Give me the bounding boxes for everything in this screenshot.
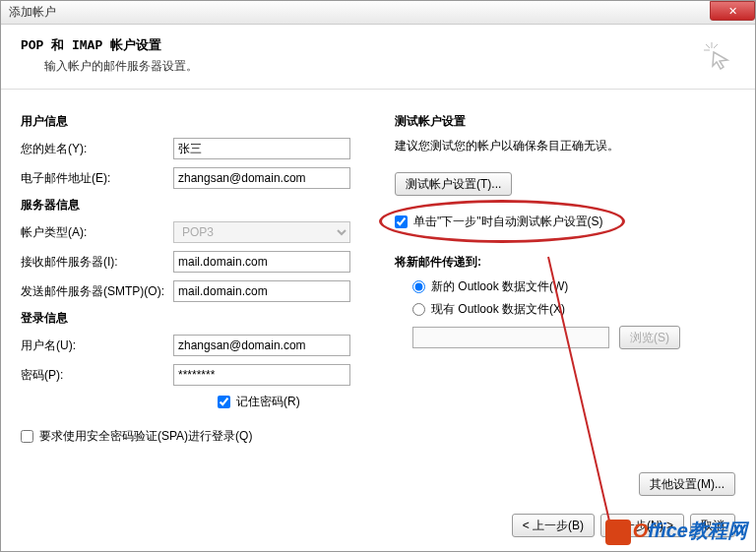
incoming-label: 接收邮件服务器(I): (21, 254, 173, 271)
dialog-body: 用户信息 您的姓名(Y): 电子邮件地址(E): 服务器信息 帐户类型(A): … (1, 90, 755, 451)
dialog-window: 添加帐户 ✕ POP 和 IMAP 帐户设置 输入帐户的邮件服务器设置。 用户信… (0, 0, 756, 552)
exist-file-label: 现有 Outlook 数据文件(X) (431, 301, 565, 318)
auto-test-label: 单击"下一步"时自动测试帐户设置(S) (413, 214, 603, 230)
exist-path-input (412, 327, 609, 348)
next-button[interactable]: 下一步(N) > (600, 514, 684, 537)
spa-row: 要求使用安全密码验证(SPA)进行登录(Q) (21, 428, 395, 445)
exist-file-row: 现有 Outlook 数据文件(X) (412, 301, 735, 318)
email-input[interactable] (173, 167, 350, 189)
password-input[interactable] (173, 364, 350, 386)
userinfo-heading: 用户信息 (21, 113, 395, 130)
auto-test-row: 单击"下一步"时自动测试帐户设置(S) (395, 214, 735, 230)
remember-password-row: 记住密码(R) (218, 394, 395, 410)
left-column: 用户信息 您的姓名(Y): 电子邮件地址(E): 服务器信息 帐户类型(A): … (21, 105, 395, 451)
account-type-row: 帐户类型(A): POP3 (21, 221, 395, 243)
user-input[interactable] (173, 335, 350, 356)
footer-buttons: < 上一步(B) 下一步(N) > 取消 (512, 514, 735, 537)
server-heading: 服务器信息 (21, 197, 395, 214)
name-input[interactable] (173, 138, 350, 159)
svg-line-2 (706, 44, 710, 48)
dialog-header: POP 和 IMAP 帐户设置 输入帐户的邮件服务器设置。 (1, 25, 755, 90)
cancel-button[interactable]: 取消 (690, 514, 735, 537)
exist-path-row: 浏览(S) (412, 326, 735, 349)
spa-checkbox[interactable] (21, 430, 33, 443)
login-heading: 登录信息 (21, 310, 395, 327)
deliver-heading: 将新邮件传递到: (395, 254, 735, 271)
password-label: 密码(P): (21, 367, 173, 384)
browse-button: 浏览(S) (619, 326, 680, 349)
deliver-radio-group: 新的 Outlook 数据文件(W) 现有 Outlook 数据文件(X) (412, 278, 735, 318)
email-row: 电子邮件地址(E): (21, 167, 395, 189)
incoming-row: 接收邮件服务器(I): (21, 251, 395, 273)
incoming-input[interactable] (173, 251, 350, 273)
outgoing-row: 发送邮件服务器(SMTP)(O): (21, 280, 395, 302)
header-title: POP 和 IMAP 帐户设置 (21, 36, 735, 54)
svg-line-3 (714, 44, 718, 48)
cursor-icon (702, 40, 731, 77)
spa-label: 要求使用安全密码验证(SPA)进行登录(Q) (39, 428, 252, 445)
remember-password-checkbox[interactable] (218, 396, 230, 408)
titlebar: 添加帐户 ✕ (1, 1, 755, 25)
password-row: 密码(P): (21, 364, 395, 386)
header-subtitle: 输入帐户的邮件服务器设置。 (44, 58, 735, 75)
test-note: 建议您测试您的帐户以确保条目正确无误。 (395, 138, 735, 154)
outgoing-input[interactable] (173, 280, 350, 302)
name-label: 您的姓名(Y): (21, 141, 173, 157)
back-button[interactable]: < 上一步(B) (512, 514, 595, 537)
new-file-radio[interactable] (412, 280, 425, 293)
account-type-label: 帐户类型(A): (21, 224, 173, 241)
remember-password-label: 记住密码(R) (236, 394, 300, 410)
new-file-label: 新的 Outlook 数据文件(W) (431, 278, 568, 295)
name-row: 您的姓名(Y): (21, 138, 395, 159)
exist-file-radio[interactable] (412, 303, 425, 316)
user-row: 用户名(U): (21, 335, 395, 356)
new-file-row: 新的 Outlook 数据文件(W) (412, 278, 735, 295)
right-column: 测试帐户设置 建议您测试您的帐户以确保条目正确无误。 测试帐户设置(T)... … (395, 105, 735, 451)
window-title: 添加帐户 (9, 4, 56, 21)
more-settings-button[interactable]: 其他设置(M)... (639, 472, 735, 496)
auto-test-checkbox[interactable] (395, 215, 408, 228)
email-label: 电子邮件地址(E): (21, 170, 173, 187)
account-type-select: POP3 (173, 221, 350, 243)
outgoing-label: 发送邮件服务器(SMTP)(O): (21, 283, 173, 300)
user-label: 用户名(U): (21, 337, 173, 354)
close-button[interactable]: ✕ (710, 1, 755, 21)
test-settings-button[interactable]: 测试帐户设置(T)... (395, 172, 512, 196)
test-heading: 测试帐户设置 (395, 113, 735, 130)
